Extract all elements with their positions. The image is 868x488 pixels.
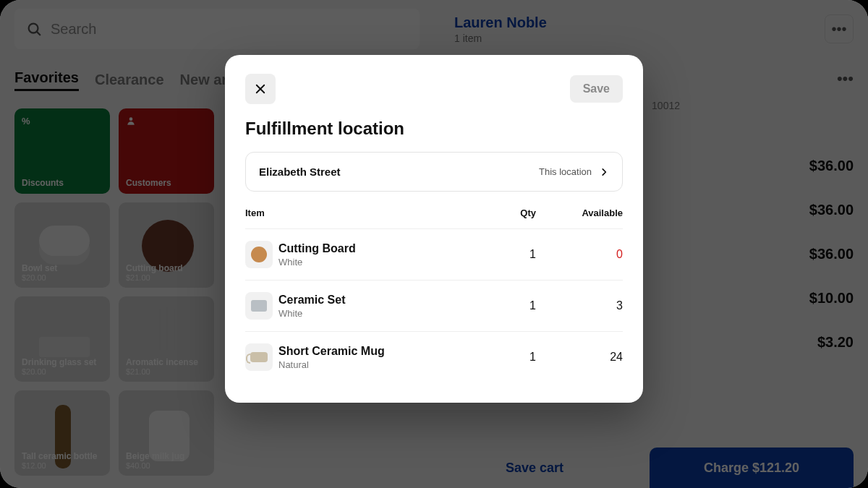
close-icon: [254, 82, 267, 95]
item-available: 3: [536, 299, 623, 312]
modal-title: Fulfillment location: [245, 119, 623, 139]
location-name: Elizabeth Street: [259, 166, 341, 178]
col-avail: Available: [536, 207, 623, 218]
fulfillment-modal: Save Fulfillment location Elizabeth Stre…: [225, 55, 643, 403]
item-qty: 1: [471, 248, 536, 261]
item-available: 0: [536, 248, 623, 261]
location-row[interactable]: Elizabeth Street This location: [245, 152, 623, 192]
table-row: Cutting BoardWhite 1 0: [245, 229, 623, 281]
table-row: Short Ceramic MugNatural 1 24: [245, 332, 623, 382]
close-button[interactable]: [245, 74, 276, 104]
item-available: 24: [536, 351, 623, 364]
item-qty: 1: [471, 299, 536, 312]
save-button[interactable]: Save: [570, 75, 623, 103]
item-thumb: [245, 241, 273, 268]
table-row: Ceramic SetWhite 1 3: [245, 281, 623, 332]
item-thumb: [245, 343, 273, 371]
item-thumb: [245, 292, 273, 320]
col-qty: Qty: [471, 207, 536, 218]
chevron-right-icon: [599, 167, 609, 177]
col-item: Item: [245, 207, 471, 218]
location-hint: This location: [539, 166, 592, 177]
item-qty: 1: [471, 351, 536, 364]
